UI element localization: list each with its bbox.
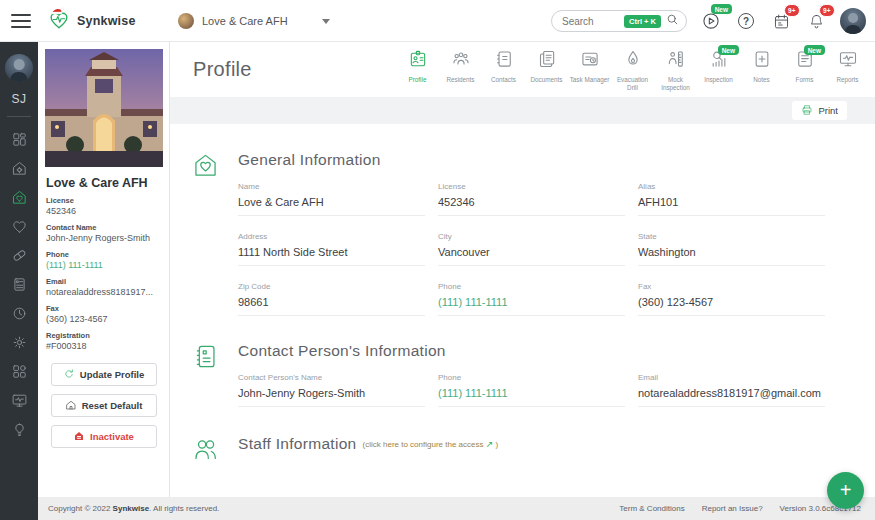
facility-thumbnail — [178, 13, 194, 29]
people-group-icon — [451, 49, 471, 73]
task-board-icon — [580, 49, 600, 73]
search-icon[interactable] — [666, 12, 679, 30]
profile-content: General Information NameLove & Care AFH … — [170, 124, 875, 497]
tab-residents[interactable]: Residents — [439, 49, 482, 92]
facility-summary-panel: Love & Care AFH License 452346 Contact N… — [38, 42, 170, 497]
field-address: Address1111 North Side Street — [238, 232, 425, 266]
report-issue-link[interactable]: Report an Issue? — [702, 504, 763, 513]
facility-switcher[interactable]: Love & Care AFH — [178, 0, 330, 42]
tasks-button[interactable]: 9+ — [770, 10, 792, 32]
footer: Copyright © 2022 Synkwise. All rights re… — [38, 497, 875, 520]
left-rail: SJ — [0, 42, 38, 520]
person-ruler-icon — [666, 49, 686, 73]
facility-settings-icon[interactable] — [0, 154, 38, 183]
panel-field-license: License 452346 — [46, 196, 161, 216]
ideas-icon[interactable] — [0, 415, 38, 444]
main-area: Profile Profile Residents Contacts Docum… — [170, 42, 875, 497]
field-alias: AliasAFH101 — [638, 182, 825, 216]
general-fields: NameLove & Care AFH License452346 AliasA… — [238, 182, 875, 332]
settings-icon[interactable] — [0, 328, 38, 357]
tab-notes[interactable]: Notes — [740, 49, 783, 92]
section-title-general: General Information — [238, 151, 875, 169]
refresh-icon — [63, 368, 75, 382]
tab-reports[interactable]: Reports — [826, 49, 869, 92]
update-profile-button[interactable]: Update Profile — [51, 363, 157, 386]
section-title-contact: Contact Person's Information — [238, 342, 875, 360]
brand-name: Synkwise — [77, 14, 136, 28]
staff-people-icon — [192, 436, 219, 463]
phone-link[interactable]: (111) 111-1111 — [438, 387, 625, 407]
top-bar-actions: Ctrl + K New ? 9+ 9+ — [551, 0, 866, 42]
field-city: CityVancouver — [438, 232, 625, 266]
facility-name: Love & Care AFH — [46, 176, 162, 190]
field-contact-email: Emailnotarealaddress8181917@gmail.com — [638, 373, 825, 407]
inactivate-home-icon — [73, 430, 85, 444]
rail-user-avatar[interactable] — [5, 54, 33, 82]
search-input[interactable] — [562, 16, 624, 27]
tab-mock-inspection[interactable]: Mock Inspection — [654, 49, 697, 92]
field-state: StateWashington — [638, 232, 825, 266]
search-box[interactable]: Ctrl + K — [551, 10, 687, 32]
top-bar: Synkwise Love & Care AFH Ctrl + K New ? — [0, 0, 875, 42]
apps-icon[interactable] — [0, 357, 38, 386]
contact-fields: Contact Person's NameJohn-Jenny Rogers-S… — [238, 373, 875, 423]
print-button[interactable]: Print — [792, 101, 847, 120]
phone-link[interactable]: (111) 111-1111 — [46, 260, 161, 270]
home-icon — [65, 399, 77, 413]
tasks-count-badge: 9+ — [784, 4, 800, 17]
page-header: Profile Profile Residents Contacts Docum… — [170, 42, 875, 97]
tab-forms[interactable]: Forms New — [783, 49, 826, 92]
contact-book-icon — [192, 343, 219, 370]
configure-access-link[interactable]: (click here to configure the access ↗ ) — [363, 439, 499, 449]
reset-default-button[interactable]: Reset Default — [51, 394, 157, 417]
schedule-icon[interactable] — [0, 299, 38, 328]
notifications-count-badge: 9+ — [819, 4, 835, 17]
hamburger-menu-icon[interactable] — [11, 14, 31, 28]
notifications-button[interactable]: 9+ — [805, 10, 827, 32]
chevron-down-icon — [322, 19, 330, 24]
inactivate-button[interactable]: Inactivate — [51, 425, 157, 448]
address-book-icon — [494, 49, 514, 73]
general-information-section: General Information NameLove & Care AFH … — [170, 151, 875, 332]
tab-task-manager[interactable]: Task Manager — [568, 49, 611, 92]
field-contact-name: Contact Person's NameJohn-Jenny Rogers-S… — [238, 373, 425, 407]
documents-icon — [537, 49, 557, 73]
dashboard-icon[interactable] — [0, 125, 38, 154]
care-icon[interactable] — [0, 212, 38, 241]
add-fab-button[interactable]: + — [827, 472, 864, 509]
contact-person-section: Contact Person's Information Contact Per… — [170, 342, 875, 423]
tab-evacuation-drill[interactable]: Evacuation Drill — [611, 49, 654, 92]
facility-profile-icon[interactable] — [0, 183, 38, 212]
tab-documents[interactable]: Documents — [525, 49, 568, 92]
brand-logo[interactable]: Synkwise — [47, 7, 136, 35]
panel-field-phone: Phone (111) 111-1111 — [46, 250, 161, 270]
panel-field-registration: Registration #F000318 — [46, 331, 161, 351]
help-button[interactable]: ? — [735, 10, 757, 32]
synkwise-app: Synkwise Love & Care AFH Ctrl + K New ? — [0, 0, 875, 520]
plus-icon: + — [840, 479, 852, 502]
tutorials-button[interactable]: New — [700, 10, 722, 32]
section-title-staff: Staff Information — [238, 435, 357, 453]
tab-inspection[interactable]: Inspection New — [697, 49, 740, 92]
tab-contacts[interactable]: Contacts — [482, 49, 525, 92]
house-heart-icon — [192, 152, 219, 179]
tab-profile[interactable]: Profile — [396, 49, 439, 92]
toolbar-band: Print — [170, 97, 875, 124]
reports-monitor-icon[interactable] — [0, 386, 38, 415]
search-shortcut-badge: Ctrl + K — [624, 15, 661, 28]
facility-switcher-label: Love & Care AFH — [202, 15, 288, 27]
terms-link[interactable]: Term & Conditions — [619, 504, 684, 513]
field-contact-phone: Phone(111) 111-1111 — [438, 373, 625, 407]
external-link-icon: ↗ — [486, 439, 494, 449]
monitor-pulse-icon — [838, 49, 858, 73]
records-icon[interactable] — [0, 270, 38, 299]
staff-information-section: Staff Information (click here to configu… — [170, 435, 875, 453]
user-avatar[interactable] — [840, 8, 866, 34]
module-tabs: Profile Residents Contacts Documents Tas… — [396, 49, 869, 92]
tutorials-new-badge: New — [711, 4, 732, 14]
question-icon: ? — [738, 13, 754, 29]
medications-icon[interactable] — [0, 241, 38, 270]
facility-photo — [45, 49, 163, 167]
phone-link[interactable]: (111) 111-1111 — [438, 296, 625, 316]
flame-icon — [623, 49, 643, 73]
